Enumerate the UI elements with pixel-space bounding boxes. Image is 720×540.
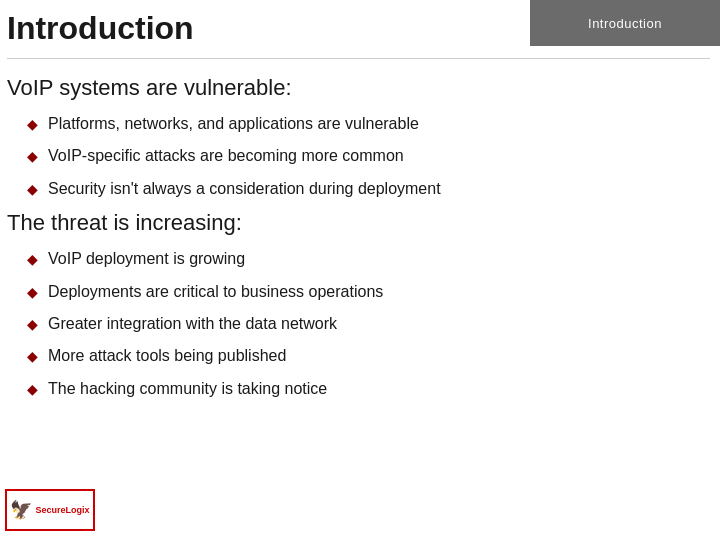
company-name: SecureLogix: [35, 505, 89, 516]
section-1-list: ◆ Platforms, networks, and applications …: [27, 113, 710, 200]
bullet-icon: ◆: [27, 380, 38, 400]
section-2-heading: The threat is increasing:: [7, 210, 710, 236]
list-item: ◆ VoIP deployment is growing: [27, 248, 710, 270]
bullet-icon: ◆: [27, 315, 38, 335]
company-logo: 🦅 SecureLogix: [5, 489, 95, 531]
bullet-text: Deployments are critical to business ope…: [48, 281, 383, 303]
header-tab: Introduction: [530, 0, 720, 46]
list-item: ◆ The hacking community is taking notice: [27, 378, 710, 400]
title-divider: [7, 58, 710, 59]
bullet-text: VoIP-specific attacks are becoming more …: [48, 145, 404, 167]
list-item: ◆ Deployments are critical to business o…: [27, 281, 710, 303]
list-item: ◆ Security isn't always a consideration …: [27, 178, 710, 200]
bullet-icon: ◆: [27, 347, 38, 367]
page-title: Introduction: [7, 10, 194, 47]
bullet-text: More attack tools being published: [48, 345, 286, 367]
logo-area: 🦅 SecureLogix: [5, 485, 105, 535]
list-item: ◆ Greater integration with the data netw…: [27, 313, 710, 335]
bullet-text: The hacking community is taking notice: [48, 378, 327, 400]
eagle-icon: 🦅: [10, 499, 32, 521]
content-area: VoIP systems are vulnerable: ◆ Platforms…: [7, 65, 710, 480]
bullet-icon: ◆: [27, 147, 38, 167]
list-item: ◆ More attack tools being published: [27, 345, 710, 367]
bullet-text: Security isn't always a consideration du…: [48, 178, 441, 200]
section-1-heading: VoIP systems are vulnerable:: [7, 75, 710, 101]
bullet-icon: ◆: [27, 115, 38, 135]
bullet-icon: ◆: [27, 250, 38, 270]
bullet-icon: ◆: [27, 180, 38, 200]
list-item: ◆ Platforms, networks, and applications …: [27, 113, 710, 135]
bullet-text: Greater integration with the data networ…: [48, 313, 337, 335]
header-tab-label: Introduction: [588, 16, 662, 31]
bullet-text: VoIP deployment is growing: [48, 248, 245, 270]
section-2-list: ◆ VoIP deployment is growing ◆ Deploymen…: [27, 248, 710, 400]
bullet-text: Platforms, networks, and applications ar…: [48, 113, 419, 135]
bullet-icon: ◆: [27, 283, 38, 303]
list-item: ◆ VoIP-specific attacks are becoming mor…: [27, 145, 710, 167]
